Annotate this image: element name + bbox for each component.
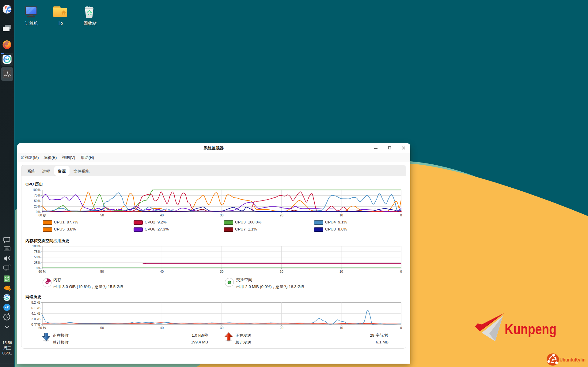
svg-text:Kunpeng: Kunpeng (505, 321, 556, 337)
svg-text:UbuntuKylin: UbuntuKylin (560, 357, 586, 362)
